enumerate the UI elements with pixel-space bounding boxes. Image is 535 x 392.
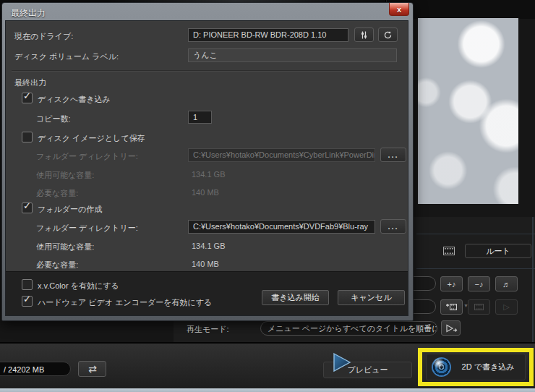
folder-dir-value: C:¥Users¥hotako¥Documents¥DVDFab9¥Blu-ra…	[193, 222, 368, 231]
save-disc-image-checkbox[interactable]: ✓	[22, 132, 33, 142]
add-video-button[interactable]	[440, 299, 463, 315]
film-add-icon	[445, 303, 458, 311]
cancel-button[interactable]: キャンセル	[338, 290, 405, 305]
playlist-icon	[445, 323, 458, 333]
panel-divider-top	[416, 234, 535, 234]
add-music-button[interactable]: +♪	[440, 276, 463, 291]
film-frame-icon	[443, 247, 455, 255]
hw-encoder-label: ハードウェア ビデオ エンコーダーを有効にする	[38, 297, 212, 308]
swap-arrows-icon: ⇄	[88, 363, 96, 375]
play-triangle-icon	[332, 351, 352, 373]
image-dir-label: フォルダー ディレクトリー:	[36, 151, 138, 162]
folder-available-label: 使用可能な容量:	[36, 242, 94, 252]
refresh-icon	[383, 30, 393, 40]
burn-to-disc-label: ディスクへ書き込み	[38, 94, 111, 105]
music-add-icon: +♪	[448, 280, 456, 289]
root-button[interactable]: ルート	[465, 244, 531, 258]
current-drive-field[interactable]: D: PIONEER BD-RW BDR-208D 1.10	[188, 28, 348, 42]
capacity-text: / 24202 MB	[4, 365, 44, 374]
sliders-icon	[359, 30, 369, 40]
dialog-body: 現在のドライブ: D: PIONEER BD-RW BDR-208D 1.10	[5, 20, 408, 316]
browse-ellipsis-icon: ...	[388, 222, 398, 231]
dialog-footer: ✓ x.v.Color を有効にする ✓ ハードウェア ビデオ エンコーダーを有…	[6, 271, 408, 315]
check-icon: ✓	[23, 90, 31, 101]
root-button-label: ルート	[486, 246, 510, 257]
folder-required-label: 必要な容量:	[36, 260, 78, 270]
music-wave-icon: ♬	[502, 280, 510, 289]
burn-2d-label: 2D で書き込み	[451, 362, 525, 372]
volume-value: うんこ	[193, 51, 218, 59]
browse-ellipsis-icon: ...	[388, 150, 398, 159]
burn-to-disc-checkbox[interactable]: ✓	[22, 93, 33, 103]
volume-label: ディスク ボリューム ラベル:	[14, 51, 119, 62]
disc-icon	[432, 357, 451, 377]
menu-preview-image	[418, 18, 518, 204]
close-icon: x	[397, 5, 401, 14]
start-burn-label: 書き込み開始	[271, 292, 320, 303]
play-outline-icon: ▷	[503, 302, 509, 312]
cancel-label: キャンセル	[351, 292, 391, 303]
current-drive-label: 現在のドライブ:	[14, 31, 73, 42]
section-separator	[12, 70, 402, 71]
burn-2d-button[interactable]: 2D で書き込み	[426, 354, 526, 380]
save-disc-image-label: ディスク イメージとして保存	[38, 133, 145, 144]
image-dir-field: C:¥Users¥hotako¥Documents¥CyberLink¥Powe…	[188, 148, 375, 162]
remove-music-button[interactable]: −♪	[468, 276, 490, 291]
playback-mode-value: メニュー ページからすべてのタイトルを順番に再生する	[268, 324, 437, 333]
final-output-section-header: 最終出力	[14, 77, 46, 88]
image-required-label: 必要な容量:	[36, 188, 78, 199]
check-icon: ✓	[23, 294, 31, 304]
volume-field[interactable]: うんこ	[188, 48, 397, 62]
playback-mode-field[interactable]: メニュー ページからすべてのタイトルを順番に再生する	[260, 321, 437, 336]
xvcolor-label: x.v.Color を有効にする	[38, 281, 119, 291]
final-output-dialog: 最終出力 x 現在のドライブ: D: PIONEER BD-RW BDR-208…	[1, 2, 414, 321]
copies-field[interactable]: 1	[188, 111, 212, 124]
toggle-capacity-button[interactable]: ⇄	[78, 361, 106, 377]
image-available-label: 使用可能な容量:	[36, 170, 94, 181]
taskbar-edge	[0, 388, 535, 392]
film-button-disabled	[468, 299, 490, 315]
playback-order-button[interactable]	[441, 320, 461, 336]
close-button[interactable]: x	[389, 3, 409, 16]
folder-dir-field[interactable]: C:¥Users¥hotako¥Documents¥DVDFab9¥Blu-ra…	[188, 220, 375, 234]
image-required-value: 140 MB	[192, 188, 219, 197]
image-available-value: 134.1 GB	[192, 170, 225, 179]
folder-browse-button[interactable]: ...	[380, 219, 406, 234]
folder-required-value: 140 MB	[192, 260, 219, 268]
capacity-indicator: / 24202 MB	[0, 362, 71, 376]
copies-label: コピー数:	[36, 114, 71, 124]
check-icon: ✓	[23, 200, 31, 211]
dialog-title: 最終出力	[11, 7, 46, 20]
music-remove-icon: −♪	[475, 280, 484, 289]
playback-mode-label: 再生モード:	[187, 324, 229, 335]
copies-value: 1	[193, 113, 197, 122]
hw-encoder-checkbox[interactable]: ✓	[22, 296, 33, 307]
image-browse-button[interactable]: ...	[380, 148, 406, 162]
voice-over-button[interactable]: ♬	[495, 276, 518, 291]
panel-divider-bottom	[416, 268, 535, 269]
drive-settings-button[interactable]	[354, 27, 374, 42]
create-folder-label: フォルダーの作成	[38, 204, 102, 215]
folder-dir-label: フォルダー ディレクトリー:	[36, 223, 138, 234]
app-window: ルート +♪ −♪ ♬ ▼ ▷ 再生モード:	[0, 0, 535, 392]
preview-button-label: プレビュー	[347, 365, 388, 375]
create-folder-checkbox[interactable]: ✓	[22, 203, 33, 213]
xvcolor-checkbox[interactable]: ✓	[22, 279, 33, 290]
refresh-drive-button[interactable]	[378, 27, 398, 42]
film-icon	[474, 304, 484, 310]
play-button-disabled: ▷	[495, 299, 518, 315]
image-dir-value: C:¥Users¥hotako¥Documents¥CyberLink¥Powe…	[193, 150, 375, 159]
start-burn-button[interactable]: 書き込み開始	[262, 290, 329, 305]
current-drive-value: D: PIONEER BD-RW BDR-208D 1.10	[193, 30, 326, 39]
folder-available-value: 134.1 GB	[192, 242, 225, 250]
